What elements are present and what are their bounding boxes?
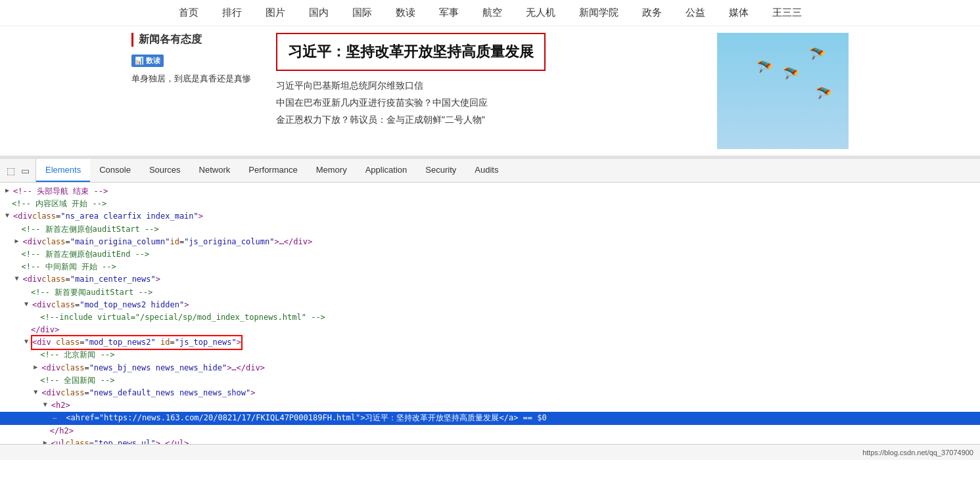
mobile-icon[interactable]: ▭ — [20, 166, 30, 176]
dom-panel[interactable]: ▶ <!-- 头部导航 结束 --> <!-- 内容区域 开始 -->▼ <di… — [0, 183, 980, 444]
topnav-item[interactable]: 媒体 — [729, 7, 749, 19]
parachute-icon-4: 🪂 — [757, 59, 773, 75]
collapse-triangle[interactable]: ▼ — [43, 399, 50, 410]
devtools-toolbar-icons: ⬚ ▭ — [0, 159, 36, 182]
topnav-item[interactable]: 排行 — [222, 7, 242, 19]
topnav-item[interactable]: 无人机 — [526, 7, 555, 19]
dom-line[interactable]: ▶ <!-- 头部导航 结束 --> — [0, 185, 980, 198]
datashu-logo: 📊 数读 — [131, 55, 164, 67]
sky-image: 🪂 🪂 🪂 🪂 — [717, 33, 849, 149]
sub-headline-link[interactable]: 习近平向巴基斯坦总统阿尔维致口信 — [276, 80, 423, 91]
dom-line[interactable]: </div> — [0, 324, 980, 336]
devtools-tab-elements[interactable]: Elements — [36, 159, 90, 182]
main-headline-link[interactable]: 习近平：坚持改革开放坚持高质量发展 — [288, 43, 534, 60]
dom-line[interactable]: ▼ <div class="news_default_news news_new… — [0, 387, 980, 399]
dom-line[interactable]: <!-- 新首左侧原创auditStart --> — [0, 223, 980, 236]
devtools-tab-application[interactable]: Application — [356, 159, 417, 182]
dom-line[interactable]: <!-- 北京新闻 --> — [0, 349, 980, 361]
parachute-icon-3: 🪂 — [816, 85, 832, 101]
devtools-tab-memory[interactable]: Memory — [307, 159, 356, 182]
topnav-item[interactable]: 王三三 — [772, 7, 802, 19]
expand-triangle[interactable]: ▶ — [43, 437, 50, 444]
topnav-item[interactable]: 国内 — [309, 7, 329, 19]
devtools-tab-console[interactable]: Console — [90, 159, 140, 182]
top-navigation: 首页排行图片国内国际数读军事航空无人机新闻学院政务公益媒体王三三 — [0, 0, 980, 26]
collapse-triangle[interactable]: ▼ — [5, 210, 12, 221]
topnav-item[interactable]: 数读 — [396, 7, 415, 19]
site-left-panel: 新闻各有态度 📊 数读 单身独居，到底是真香还是真惨 — [131, 33, 263, 149]
dom-line[interactable]: ▼ <div class="main_center_news"> — [0, 273, 980, 286]
collapse-triangle[interactable]: ▼ — [24, 299, 31, 309]
dom-line[interactable]: <!--include virtual="/special/sp/mod_ind… — [0, 311, 980, 324]
sub-headline-item: 习近平向巴基斯坦总统阿尔维致口信 — [276, 78, 704, 95]
datashu-subtitle: 单身独居，到底是真香还是真惨 — [131, 72, 263, 86]
section-title: 新闻各有态度 — [131, 33, 263, 47]
dom-line[interactable]: ▼ <div class="mod_top_news2" id="js_top_… — [0, 336, 980, 349]
dom-line[interactable]: <!-- 新首要闻auditStart --> — [0, 286, 980, 299]
statusbar-text: https://blog.csdn.net/qq_37074900 — [862, 449, 973, 456]
parachute-icon-1: 🪂 — [809, 46, 826, 62]
topnav-item[interactable]: 图片 — [266, 7, 285, 19]
dom-line[interactable]: <!-- 内容区域 开始 --> — [0, 198, 980, 210]
topnav-item[interactable]: 国际 — [352, 7, 372, 19]
topnav-item[interactable]: 新闻学院 — [579, 7, 618, 19]
dom-line[interactable]: </h2> — [0, 425, 980, 437]
topnav-item[interactable]: 首页 — [179, 7, 198, 19]
devtools-tab-performance[interactable]: Performance — [239, 159, 306, 182]
sub-headline-item: 中国在巴布亚新几内亚进行疫苗实验？中国大使回应 — [276, 95, 704, 112]
site-content: 新闻各有态度 📊 数读 单身独居，到底是真香还是真惨 习近平：坚持改革开放坚持高… — [0, 26, 980, 158]
devtools-tab-audits[interactable]: Audits — [465, 159, 507, 182]
highlighted-element: <div class="mod_top_news2" id="js_top_ne… — [32, 336, 241, 349]
devtools-tab-network[interactable]: Network — [190, 159, 240, 182]
topnav-item[interactable]: 航空 — [482, 7, 502, 19]
expand-triangle[interactable]: ▶ — [14, 236, 21, 246]
parachute-icon-2: 🪂 — [783, 66, 799, 81]
sub-headline-link[interactable]: 中国在巴布亚新几内亚进行疫苗实验？中国大使回应 — [276, 97, 488, 108]
sub-headline-link[interactable]: 金正恩权力下放？韩议员：金与正成朝鲜"二号人物" — [276, 114, 485, 125]
side-dot: … — [53, 412, 57, 422]
dom-line[interactable]: <!-- 新首左侧原创auditEnd --> — [0, 248, 980, 261]
collapse-triangle[interactable]: ▼ — [14, 273, 21, 284]
devtools-toolbar: ⬚ ▭ ElementsConsoleSourcesNetworkPerform… — [0, 159, 980, 183]
topnav-item[interactable]: 公益 — [686, 7, 705, 19]
dom-line[interactable]: <!-- 中间新闻 开始 --> — [0, 261, 980, 273]
sub-headlines-list: 习近平向巴基斯坦总统阿尔维致口信中国在巴布亚新几内亚进行疫苗实验？中国大使回应金… — [276, 78, 704, 129]
sub-headline-item: 金正恩权力下放？韩议员：金与正成朝鲜"二号人物" — [276, 112, 704, 129]
expand-triangle[interactable]: ▶ — [5, 185, 12, 196]
cursor-icon[interactable]: ⬚ — [5, 166, 16, 176]
devtools-tab-security[interactable]: Security — [416, 159, 465, 182]
topnav-item[interactable]: 政务 — [642, 7, 662, 19]
devtools-statusbar: https://blog.csdn.net/qq_37074900 — [0, 444, 980, 460]
devtools-tab-sources[interactable]: Sources — [140, 159, 190, 182]
collapse-triangle[interactable]: ▼ — [24, 336, 31, 347]
devtools-panel: ⬚ ▭ ElementsConsoleSourcesNetworkPerform… — [0, 158, 980, 460]
dom-line[interactable]: ▼ <div class="ns_area clearfix index_mai… — [0, 210, 980, 223]
dom-line[interactable]: … <a href="https://news.163.com/20/0821/… — [0, 412, 980, 424]
dom-line[interactable]: ▶ <ul class="top_news_ul">…</ul> — [0, 437, 980, 444]
topnav-item[interactable]: 军事 — [439, 7, 459, 19]
datashu-widget: 📊 数读 — [131, 55, 263, 67]
dom-line[interactable]: ▼ <h2> — [0, 399, 980, 412]
devtools-tabs: ElementsConsoleSourcesNetworkPerformance… — [36, 159, 507, 182]
collapse-triangle[interactable]: ▼ — [34, 387, 40, 397]
dom-line[interactable]: ▼ <div class="mod_top_news2 hidden"> — [0, 299, 980, 311]
site-right-image: 🪂 🪂 🪂 🪂 — [717, 33, 849, 149]
dom-line[interactable]: <!-- 全国新闻 --> — [0, 374, 980, 387]
site-center-panel: 习近平：坚持改革开放坚持高质量发展 习近平向巴基斯坦总统阿尔维致口信中国在巴布亚… — [276, 33, 704, 149]
main-headline-box[interactable]: 习近平：坚持改革开放坚持高质量发展 — [276, 33, 546, 71]
dom-line[interactable]: ▶ <div class="news_bj_news news_news_hid… — [0, 362, 980, 374]
dom-line[interactable]: ▶ <div class="main_origina_column" id="j… — [0, 236, 980, 248]
devtools-content: ▶ <!-- 头部导航 结束 --> <!-- 内容区域 开始 -->▼ <di… — [0, 183, 980, 444]
expand-triangle[interactable]: ▶ — [34, 362, 40, 372]
